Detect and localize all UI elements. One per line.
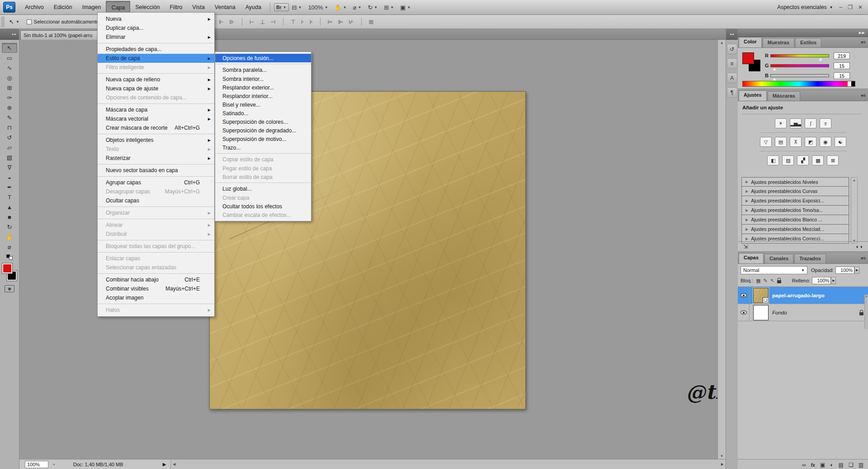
fill-spinner-icon[interactable]: ▶ (831, 277, 836, 284)
adjustment-icon[interactable]: ◉ (820, 137, 831, 147)
panel-tab[interactable]: Trazados (794, 254, 826, 263)
menu-item[interactable]: Opciones de contenido de capa... (98, 93, 214, 102)
blue-slider[interactable] (770, 74, 829, 77)
menu-item[interactable]: Bloquear todas las capas del grupo... (98, 240, 214, 251)
menu-item[interactable]: Organizar (98, 206, 214, 217)
scroll-right-icon[interactable]: ▶ (721, 462, 724, 466)
alignment-icon[interactable]: ⊥ (257, 19, 268, 25)
appbar-tool[interactable]: ⊞ ▼ (381, 2, 397, 13)
opacity-spinner-icon[interactable]: ▶ (854, 267, 859, 274)
toolbox-tool[interactable]: ▭ (2, 53, 17, 63)
quick-mask-button[interactable]: ◉ (5, 285, 14, 292)
appbar-tool[interactable]: ✋ ▼ (331, 2, 350, 13)
menu-item[interactable]: Distribuir (98, 230, 214, 239)
lock-pixels-icon[interactable]: ✎ (764, 278, 768, 284)
scroll-up-icon[interactable]: ▲ (851, 178, 857, 182)
collapsed-panel-icon[interactable]: ¶ (727, 87, 737, 98)
toolbox-collapse-button[interactable]: ▸▸ (0, 29, 19, 40)
expand-arrow-icon[interactable]: ▶ (745, 227, 748, 231)
menu-item[interactable]: Nueva capa de relleno (98, 73, 214, 84)
alignment-icon[interactable]: ⊩ (216, 19, 226, 25)
menu-item[interactable]: Ocultar capas (98, 196, 214, 205)
toolbox-tool[interactable]: ↖ (2, 43, 17, 53)
expand-panel-icon[interactable]: ⇲ (743, 244, 748, 250)
panel-tab[interactable]: Estilos (795, 38, 821, 47)
alignment-icon[interactable]: ⊤ (288, 19, 298, 25)
panel-tab[interactable]: Máscaras (768, 91, 800, 101)
panel-tab[interactable]: Ajustes (739, 90, 767, 101)
scroll-left-icon[interactable]: ◀ (173, 462, 175, 466)
menu-item[interactable]: Alinear (98, 219, 214, 230)
adjustment-icon[interactable]: ▞ (797, 155, 809, 165)
layer-visibility-eye-icon[interactable] (741, 310, 747, 314)
alignment-icon[interactable]: ⊪ (226, 19, 237, 25)
menu-item[interactable]: Agrupar capas Ctrl+G (98, 176, 214, 187)
toolbox-tool[interactable]: T (2, 192, 17, 202)
adjustment-icon[interactable]: ▨ (782, 155, 794, 165)
layer-thumbnail[interactable]: ❏ (753, 288, 769, 303)
menu-item[interactable]: Halos (98, 304, 214, 314)
menubar-item[interactable]: Archivo (20, 1, 49, 14)
alignment-icon[interactable]: ⊢ (247, 19, 257, 25)
toolbox-tool[interactable]: ✒ (2, 182, 17, 192)
toolbox-tool[interactable]: ✑ (2, 93, 17, 103)
green-value-field[interactable]: 15 (834, 62, 850, 69)
alignment-icon[interactable]: ⊞ (366, 19, 377, 25)
preset-row[interactable]: ▶ Ajustes preestablecidos Tono/sa... (741, 206, 849, 215)
expand-arrow-icon[interactable]: ▶ (745, 208, 748, 212)
adjustment-icon[interactable]: ± (820, 118, 831, 128)
toolbox-tool[interactable]: ∇ (2, 162, 17, 172)
menu-item[interactable]: Máscara vectorial (98, 114, 214, 123)
layers-footer-icon[interactable]: ▣ (820, 462, 825, 468)
adjustment-icon[interactable]: ▂▅▃ (790, 118, 802, 128)
menu-item[interactable]: Acoplar imagen (98, 293, 214, 302)
menu-item[interactable]: Enlazar capas (98, 252, 214, 263)
panel-tab[interactable]: Color (739, 37, 762, 47)
preset-row[interactable]: ▶ Ajustes preestablecidos Exposici... (741, 196, 849, 206)
auto-select-checkbox[interactable] (27, 19, 32, 24)
toolbox-tool[interactable]: ∿ (2, 63, 17, 73)
menu-item[interactable]: Texto (98, 145, 214, 154)
menu-item[interactable]: Nueva capa de ajuste (98, 84, 214, 93)
toggle-visibility-icon[interactable]: ◐◑ (856, 244, 863, 250)
toolbox-tool[interactable]: ▲ (2, 202, 17, 212)
submenu-item[interactable]: Ocultar todos los efectos (215, 202, 311, 211)
menu-item[interactable]: Duplicar capa... (98, 23, 214, 33)
layer-name[interactable]: papel-arrugado-largo (772, 293, 825, 298)
submenu-item[interactable]: Superposición de motivo... (215, 135, 311, 143)
toolbox-tool[interactable]: ⊓ (2, 122, 17, 132)
menu-item[interactable]: Máscara de capa (98, 103, 214, 114)
adjustment-icon[interactable]: ▩ (812, 155, 824, 165)
strip-collapse-button[interactable]: ◂◂ (726, 29, 738, 40)
panel-menu-icon[interactable]: ▾≡ (861, 40, 866, 45)
lock-all-icon[interactable] (777, 280, 781, 283)
preset-row[interactable]: ▶ Ajustes preestablecidos Blanco ... (741, 215, 849, 225)
foreground-color-swatch[interactable] (2, 263, 12, 273)
horizontal-scrollbar[interactable]: ◀ ▶ (170, 460, 726, 469)
appbar-tool[interactable]: ⊟ ▼ (289, 2, 305, 13)
menubar-item[interactable]: Edición (49, 1, 77, 14)
toolbox-tool[interactable]: ▧ (2, 152, 17, 162)
expand-arrow-icon[interactable]: ▶ (745, 199, 748, 203)
adjustment-icon[interactable]: ☀ (775, 118, 787, 128)
appbar-tool[interactable]: ⌀ ▼ (350, 2, 365, 13)
status-menu-arrow-icon[interactable]: ▶ (163, 462, 166, 467)
minimize-button[interactable]: – (839, 4, 842, 10)
adjustment-icon[interactable]: ▤ (775, 137, 787, 147)
blend-mode-dropdown[interactable]: Normal ▼ (741, 266, 807, 274)
vertical-scrollbar[interactable]: ▲ ▼ (717, 40, 726, 459)
adjustment-icon[interactable]: ∫ (805, 118, 816, 128)
menu-item[interactable]: Nuevo sector basado en capa (98, 164, 214, 175)
submenu-item[interactable]: Pegar estilo de capa (215, 164, 311, 173)
appbar-tool[interactable]: Br ▼ (274, 3, 289, 11)
toolbox-tool[interactable]: ◒ (2, 172, 17, 182)
preset-scrollbar[interactable]: ▲ ▼ (851, 177, 858, 244)
color-spectrum-bar[interactable] (742, 81, 855, 87)
panel-tab[interactable]: Muestras (763, 38, 794, 47)
collapsed-panel-icon[interactable]: ↺ (727, 44, 737, 54)
expand-arrow-icon[interactable]: ▶ (745, 218, 748, 222)
layer-row-fondo[interactable]: Fondo (738, 304, 868, 321)
scroll-up-icon[interactable]: ▲ (718, 41, 726, 45)
submenu-item[interactable]: Bisel y relieve... (215, 100, 311, 109)
adjustment-icon[interactable]: ☯ (835, 137, 846, 147)
